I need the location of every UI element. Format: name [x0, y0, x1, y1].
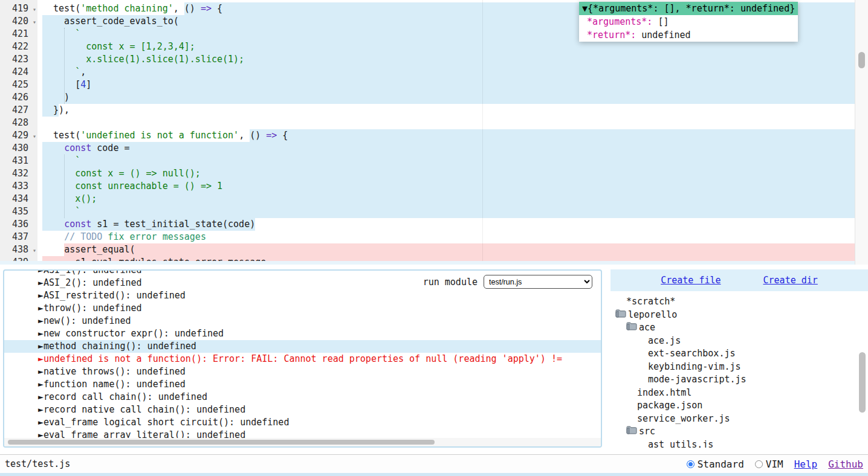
code-line[interactable]: 427 }),	[0, 104, 868, 117]
code-line[interactable]: 425 [4]	[0, 79, 868, 91]
tooltip-row[interactable]: *arguments*: []	[579, 15, 798, 28]
keybinding-standard-option[interactable]: Standard	[687, 458, 744, 470]
line-number[interactable]: 437	[0, 231, 37, 243]
line-number[interactable]: 424	[0, 66, 37, 79]
code-line[interactable]: 429▾ test('undefined is not a function',…	[0, 129, 868, 142]
expand-arrow-icon[interactable]: ►	[38, 277, 44, 288]
code-line-text: x();	[37, 193, 868, 205]
highlight-fill	[80, 205, 868, 218]
console-hscrollbar[interactable]	[4, 438, 601, 446]
line-number[interactable]: 420▾	[0, 15, 37, 28]
tree-item-package-json[interactable]: package.json	[611, 399, 868, 413]
fold-arrow-icon[interactable]: ▾	[33, 16, 36, 28]
console-item[interactable]: ►new constructor expr(): undefined	[4, 327, 601, 340]
code-line[interactable]: 422 const x = [1,2,3,4];	[0, 40, 868, 53]
code-line[interactable]: 435 `	[0, 205, 868, 218]
keybinding-vim-option[interactable]: VIM	[755, 458, 783, 470]
fold-arrow-icon[interactable]: ▾	[33, 130, 36, 143]
line-number[interactable]: 432	[0, 167, 37, 180]
github-link[interactable]: Github	[828, 458, 863, 470]
line-number[interactable]: 421	[0, 28, 37, 40]
tree-item-ace[interactable]: ace	[611, 321, 868, 335]
expand-arrow-icon[interactable]: ►	[38, 290, 44, 301]
console-item[interactable]: ►undefined is not a function(): Error: F…	[4, 353, 601, 365]
run-module-select[interactable]: test/run.js	[484, 275, 592, 289]
console-item[interactable]: ►record native call chain(): undefined	[4, 404, 601, 416]
expand-arrow-icon[interactable]: ►	[38, 315, 44, 326]
expand-arrow-icon[interactable]: ►	[38, 303, 44, 314]
line-number[interactable]: 426	[0, 91, 37, 104]
fold-arrow-icon[interactable]: ▾	[33, 244, 36, 257]
code-editor[interactable]: 419▾ test('method chaining', () => {420▾…	[0, 0, 868, 265]
expand-arrow-icon[interactable]: ►	[38, 328, 44, 339]
code-line[interactable]: 437 // TODO fix error messages	[0, 231, 868, 243]
tree-item--scratch-[interactable]: *scratch*	[611, 295, 868, 309]
console-item[interactable]: ►native throws(): undefined	[4, 365, 601, 378]
line-number[interactable]: 435	[0, 205, 37, 218]
line-number[interactable]: 438▾	[0, 243, 37, 256]
line-number[interactable]: 434	[0, 193, 37, 205]
tree-item-ast-utils-js[interactable]: ast_utils.js	[611, 439, 868, 448]
code-line[interactable]: 430 const code =	[0, 142, 868, 155]
editor-scrollbar-thumb[interactable]	[858, 52, 865, 68]
code-line[interactable]: 431 `	[0, 155, 868, 167]
expand-arrow-icon[interactable]: ►	[38, 366, 44, 377]
expand-arrow-icon[interactable]: ►	[38, 269, 44, 275]
line-number[interactable]: 422	[0, 40, 37, 53]
code-line[interactable]: 436 const s1 = test_initial_state(code)	[0, 218, 868, 231]
line-number[interactable]: 425	[0, 79, 37, 91]
radio-unchecked-icon[interactable]	[755, 460, 763, 468]
console-item[interactable]: ►ASI_restrited(): undefined	[4, 289, 601, 302]
code-line[interactable]: 434 x();	[0, 193, 868, 205]
code-segment: s1 = test_initial_state(code)	[91, 218, 255, 231]
code-line[interactable]: 428	[0, 117, 868, 129]
console-item[interactable]: ►function name(): undefined	[4, 378, 601, 391]
console-item[interactable]: ►record call chain(): undefined	[4, 391, 601, 404]
code-line[interactable]: 424 `,	[0, 66, 868, 79]
expand-arrow-icon[interactable]: ►	[38, 404, 44, 415]
expand-arrow-icon[interactable]: ►	[38, 353, 44, 364]
highlight-fill	[86, 66, 868, 79]
console-item[interactable]: ►new(): undefined	[4, 315, 601, 327]
line-number[interactable]: 423	[0, 53, 37, 66]
line-number[interactable]: 419▾	[0, 2, 37, 15]
files-scrollbar-thumb[interactable]	[859, 352, 866, 413]
expand-arrow-icon[interactable]: ►	[38, 417, 44, 428]
code-line[interactable]: 426 )	[0, 91, 868, 104]
console-item[interactable]: ►eval_frame logical short circuit(): und…	[4, 416, 601, 429]
code-line[interactable]: 438▾ assert_equal(	[0, 243, 868, 256]
radio-checked-icon[interactable]	[687, 460, 695, 468]
tree-item-index-html[interactable]: index.html	[611, 387, 868, 400]
line-number[interactable]: 433	[0, 180, 37, 193]
expand-arrow-icon[interactable]: ►	[38, 341, 44, 352]
line-number[interactable]: 430	[0, 142, 37, 155]
create-file-link[interactable]: Create file	[661, 275, 721, 286]
expand-arrow-icon[interactable]: ►	[38, 379, 44, 390]
line-number[interactable]: 431	[0, 155, 37, 167]
console-item[interactable]: ►throw(): undefined	[4, 302, 601, 315]
tree-item-ace-js[interactable]: ace.js	[611, 335, 868, 348]
console-item[interactable]: ►method chaining(): undefined	[4, 340, 601, 353]
line-number[interactable]: 427	[0, 104, 37, 117]
code-line[interactable]: 433 const unreachable = () => 1	[0, 180, 868, 193]
tree-item-keybinding-vim-js[interactable]: keybinding-vim.js	[611, 361, 868, 374]
tree-item-leporello[interactable]: leporello	[611, 309, 868, 322]
code-line[interactable]: 423 x.slice(1).slice(1).slice(1);	[0, 53, 868, 66]
tree-item-ext-searchbox-js[interactable]: ext-searchbox.js	[611, 347, 868, 361]
tree-item-mode-javascript-js[interactable]: mode-javascript.js	[611, 373, 868, 387]
tooltip-row[interactable]: *return*: undefined	[579, 28, 798, 42]
tree-item-service-worker-js[interactable]: service_worker.js	[611, 413, 868, 426]
fold-arrow-icon[interactable]: ▾	[33, 3, 36, 16]
line-number[interactable]: 436	[0, 218, 37, 231]
files-scrollbar[interactable]	[857, 292, 868, 446]
editor-scrollbar[interactable]	[855, 0, 868, 265]
tree-item-src[interactable]: src	[611, 425, 868, 439]
console-hscrollbar-thumb[interactable]	[8, 440, 435, 445]
line-number[interactable]: 428	[0, 117, 37, 129]
help-link[interactable]: Help	[794, 458, 818, 470]
expand-arrow-icon[interactable]: ►	[38, 391, 44, 402]
line-number[interactable]: 429▾	[0, 129, 37, 142]
create-dir-link[interactable]: Create dir	[763, 275, 818, 286]
tooltip-header[interactable]: ▼{*arguments*: [], *return*: undefined}	[579, 2, 798, 15]
code-line[interactable]: 432 const x = () => null();	[0, 167, 868, 180]
